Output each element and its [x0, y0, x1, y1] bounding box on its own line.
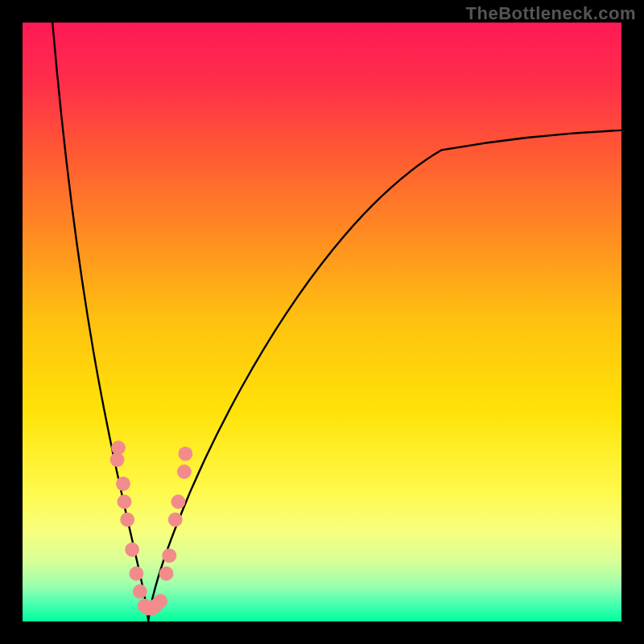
chart-frame: TheBottleneck.com	[0, 0, 644, 644]
marker-dot	[162, 548, 176, 563]
marker-dot	[116, 477, 130, 491]
marker-dot	[178, 447, 192, 461]
marker-dot	[110, 452, 125, 467]
marker-dot	[153, 594, 167, 609]
marker-dot	[120, 513, 134, 527]
gradient-background	[23, 23, 621, 621]
plot-svg	[23, 23, 621, 621]
marker-dot	[133, 584, 147, 599]
marker-dot	[159, 567, 174, 581]
watermark-text: TheBottleneck.com	[466, 3, 636, 24]
marker-dot	[129, 567, 143, 581]
marker-dot	[177, 464, 192, 479]
marker-dot	[168, 513, 183, 527]
plot-area	[23, 23, 621, 621]
marker-dot	[118, 494, 132, 509]
marker-dot	[171, 494, 186, 509]
marker-dot	[125, 543, 139, 557]
